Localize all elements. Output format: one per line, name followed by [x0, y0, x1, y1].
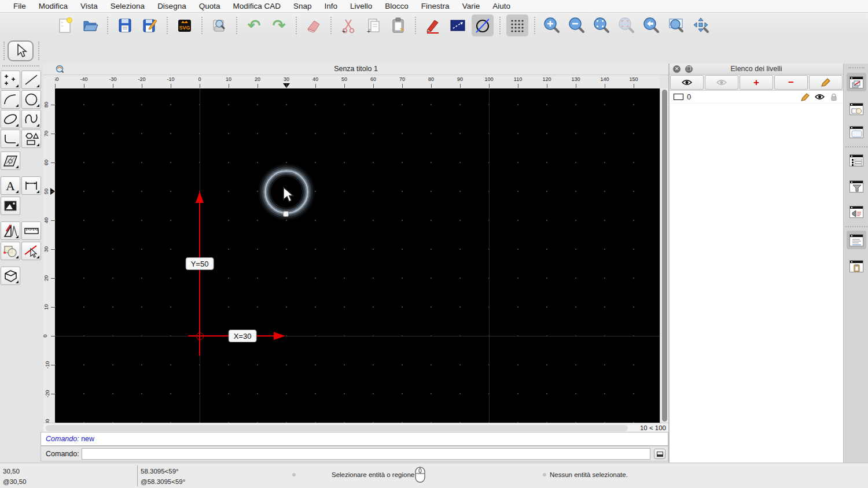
menu-item[interactable]: Blocco	[378, 2, 415, 10]
modify-tool-button[interactable]	[1, 242, 20, 260]
print-preview-button[interactable]	[208, 14, 230, 36]
add-layer-button[interactable]: +	[740, 75, 773, 90]
svg-text:A: A	[6, 179, 15, 193]
trim-tool-button[interactable]	[21, 242, 41, 260]
menu-item[interactable]: Livello	[344, 2, 378, 10]
line-tool-button[interactable]	[21, 71, 41, 89]
block-list-toggle-button[interactable]	[847, 99, 866, 118]
ellipse-tool-button[interactable]	[1, 110, 20, 128]
shapes-tool-button[interactable]	[21, 130, 41, 148]
menu-item[interactable]: Vista	[74, 2, 104, 10]
save-document-button[interactable]	[114, 14, 136, 36]
menu-item[interactable]: Snap	[287, 2, 318, 10]
erase-button[interactable]	[303, 14, 325, 36]
edit-layer-button[interactable]	[809, 75, 843, 90]
draw-pencil-button[interactable]	[422, 14, 444, 36]
menu-item[interactable]: Quota	[193, 2, 227, 10]
selection-filter-toggle-button[interactable]	[847, 177, 866, 195]
window-zoom-button[interactable]	[665, 14, 687, 36]
circle-reference-point[interactable]	[283, 211, 289, 217]
layer-color-swatch[interactable]	[674, 94, 683, 100]
command-input[interactable]	[82, 448, 650, 460]
show-all-layers-button[interactable]	[670, 75, 704, 90]
save-document-as-button[interactable]	[139, 14, 161, 36]
open-folder-icon	[80, 16, 100, 35]
ruler-corner	[43, 75, 55, 88]
property-editor-toggle-button[interactable]	[847, 151, 866, 169]
cursor-polar-relative: @58.3095<59°	[141, 478, 185, 485]
undo-button[interactable]: ↶	[243, 14, 265, 36]
zoom-selection-button[interactable]	[616, 14, 638, 36]
copy-button[interactable]: +	[362, 14, 384, 36]
redo-button[interactable]: ↷	[268, 14, 290, 36]
cut-button[interactable]: +	[337, 14, 359, 36]
drawing-canvas[interactable]: Y=50 X=30	[55, 88, 660, 423]
command-toggle-button[interactable]	[654, 449, 665, 459]
cursor-coordinates-absolute: 30,50	[3, 468, 20, 475]
qcad-application-window: File Modifica Vista Seleziona Disegna Qu…	[0, 0, 868, 488]
zoom-in-button[interactable]	[541, 14, 563, 36]
open-document-button[interactable]	[79, 14, 101, 36]
zoom-out-button[interactable]	[566, 14, 588, 36]
auto-zoom-icon	[592, 16, 612, 35]
menu-item[interactable]: Disegna	[151, 2, 193, 10]
palette-handle[interactable]	[2, 65, 39, 66]
layer-row[interactable]: 0	[670, 91, 843, 103]
hatch-tool-button[interactable]	[1, 151, 20, 170]
points-tool-button[interactable]	[1, 71, 20, 89]
text-tool-button[interactable]: A	[1, 176, 20, 195]
toolbar-handle[interactable]	[3, 42, 5, 60]
pan-button[interactable]	[690, 14, 712, 36]
menu-item[interactable]: Aiuto	[486, 2, 517, 10]
shapes-icon	[23, 131, 39, 146]
clipboard-icon	[388, 16, 408, 35]
library-browser-toggle-button[interactable]	[847, 123, 866, 141]
toolbar-handle[interactable]	[38, 42, 39, 60]
box-3d-tool-button[interactable]	[1, 267, 20, 285]
command-line-toggle-button[interactable]	[847, 231, 866, 249]
menu-item[interactable]: Modifica CAD	[226, 2, 287, 10]
command-prompt-label: Comando:	[46, 450, 79, 458]
menu-item[interactable]: Seleziona	[104, 2, 151, 10]
dock-handle[interactable]	[848, 67, 865, 68]
hide-all-layers-button[interactable]	[705, 75, 738, 90]
selection-tool-button[interactable]	[8, 40, 34, 61]
spline-tool-button[interactable]	[21, 110, 41, 128]
layer-list-toggle-button[interactable]	[847, 73, 866, 91]
previous-view-button[interactable]	[641, 14, 663, 36]
horizontal-scrollbar-thumb[interactable]	[46, 425, 628, 431]
ortho-bounds-button[interactable]	[447, 14, 469, 36]
horizontal-scrollbar[interactable]	[43, 423, 632, 432]
new-document-button[interactable]	[54, 14, 76, 36]
clipboard-panel-toggle-button[interactable]	[847, 257, 866, 275]
layer-lock-icon[interactable]	[830, 93, 837, 103]
menu-item[interactable]: Modifica	[32, 2, 74, 10]
menu-item[interactable]: Info	[318, 2, 344, 10]
measure-tool-button[interactable]	[21, 221, 41, 240]
circle-tool-button[interactable]	[21, 90, 41, 109]
polyline-tool-button[interactable]	[1, 130, 20, 148]
announcements-toggle-button[interactable]	[847, 202, 866, 221]
auto-zoom-button[interactable]	[591, 14, 613, 36]
image-tool-button[interactable]	[1, 197, 20, 215]
menu-item[interactable]: Finestra	[415, 2, 456, 10]
arc-tool-button[interactable]	[1, 90, 20, 109]
menu-item[interactable]: Varie	[456, 2, 487, 10]
vertical-scrollbar[interactable]	[660, 88, 668, 423]
menu-item[interactable]: File	[7, 2, 32, 10]
draft-mode-button[interactable]	[472, 14, 494, 36]
paste-button[interactable]	[387, 14, 409, 36]
layer-edit-pencil-icon[interactable]	[801, 93, 810, 103]
layer-visibility-eye-icon[interactable]	[815, 93, 825, 102]
remove-layer-button[interactable]: −	[774, 75, 808, 90]
toolbar-separator	[296, 17, 297, 34]
svg-export-button[interactable]: SVG	[174, 14, 196, 36]
grid-toggle-button[interactable]	[506, 14, 528, 36]
vertical-ruler: 80 70 60 50 40 30 20	[43, 88, 55, 423]
vertical-scrollbar-thumb[interactable]	[662, 90, 667, 422]
construction-tool-button[interactable]	[1, 221, 20, 240]
zoom-selection-icon	[617, 16, 637, 35]
origin-marker	[196, 332, 204, 340]
eye-icon	[682, 79, 692, 86]
dimension-tool-button[interactable]	[21, 176, 41, 195]
